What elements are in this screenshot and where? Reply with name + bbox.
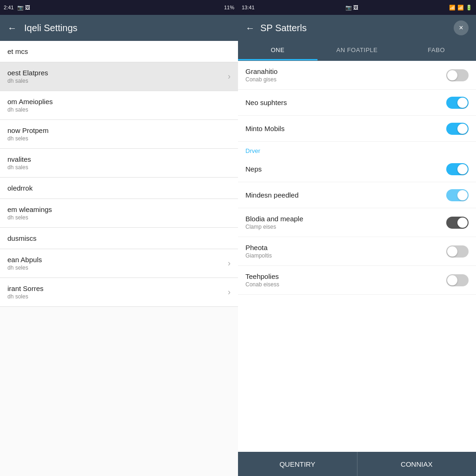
left-item-subtitle: dh seles: [7, 264, 42, 271]
close-button[interactable]: ×: [454, 20, 469, 35]
settings-item-title: Teehpolies: [245, 272, 446, 280]
chevron-icon: ›: [228, 287, 231, 297]
right-header: ← SP Satterls ×: [238, 15, 476, 41]
battery-percent-left: 11%: [224, 5, 234, 10]
left-item-title: oledrrok: [7, 184, 33, 192]
settings-item-title: Blodia and meaple: [245, 215, 446, 223]
list-item[interactable]: nvalites dh sales: [0, 149, 238, 178]
toggle-minto[interactable]: [446, 123, 469, 135]
settings-item-blodia[interactable]: Blodia and meaple Clamp eises: [238, 208, 476, 237]
settings-item-neps[interactable]: Neps: [238, 156, 476, 182]
toggle-granahitio[interactable]: [446, 69, 469, 81]
left-back-button[interactable]: ←: [7, 23, 17, 33]
wifi-icon: 📶: [449, 5, 456, 11]
settings-item-title: Neo suphters: [245, 99, 446, 106]
toggle-pheota[interactable]: [446, 245, 469, 258]
settings-item-title: Granahitio: [245, 67, 446, 75]
left-list: et mcs oest Elatpres dh sales › om Ameio…: [0, 41, 238, 476]
settings-item-title: Pheota: [245, 244, 446, 251]
quentiry-label: Quentiry: [279, 460, 315, 468]
right-bottom-bar: Quentiry Conniax: [238, 452, 476, 476]
left-item-title: now Protpem: [7, 126, 48, 134]
left-item-title: om Ameioplies: [7, 98, 53, 106]
list-item[interactable]: em wleamings dh seles: [0, 199, 238, 228]
settings-list: Granahitio Conab gises Neo suphters: [238, 61, 476, 452]
settings-item-text: Minto Mobils: [245, 125, 446, 132]
settings-item-granahitio[interactable]: Granahitio Conab gises: [238, 61, 476, 90]
left-item-text: oledrrok: [7, 184, 33, 192]
toggle-knob: [447, 246, 457, 257]
tab-an-foatiple-label: An foatiple: [336, 46, 377, 53]
right-header-title: SP Satterls: [260, 23, 454, 33]
toggle-neo[interactable]: [446, 97, 469, 109]
tab-fabo[interactable]: Fabo: [397, 41, 476, 60]
left-item-text: oest Elatpres dh sales: [7, 69, 48, 84]
left-item-text: ean Abpuls dh seles: [7, 256, 42, 271]
toggle-knob: [457, 124, 468, 134]
tabs-bar: One An foatiple Fabo: [238, 41, 476, 61]
settings-item-text: Teehpolies Conab eisess: [245, 272, 446, 288]
left-item-text: now Protpem dh seles: [7, 126, 48, 142]
settings-item-subtitle: Giampoltis: [245, 252, 446, 259]
right-back-button[interactable]: ←: [245, 23, 255, 33]
left-item-subtitle: dh sales: [7, 78, 48, 84]
right-status-time: 13:41: [242, 5, 255, 10]
left-item-title: ean Abpuls: [7, 256, 42, 264]
left-item-title: em wleamings: [7, 205, 52, 213]
chevron-icon: ›: [228, 258, 231, 268]
settings-item-subtitle: Clamp eises: [245, 224, 446, 230]
toggle-knob: [457, 98, 468, 108]
left-item-title: dusmiscs: [7, 234, 37, 242]
settings-item-text: Mindesn peedled: [245, 191, 446, 199]
settings-item-mindesn[interactable]: Mindesn peedled: [238, 182, 476, 208]
left-top-item-text: et mcs: [7, 47, 28, 55]
settings-item-neo[interactable]: Neo suphters: [238, 90, 476, 116]
settings-item-text: Neps: [245, 165, 446, 173]
list-item[interactable]: oledrrok: [0, 178, 238, 199]
left-status-bar: 2:41 📷 🖼 11%: [0, 0, 238, 15]
tab-an-foatiple[interactable]: An foatiple: [317, 41, 397, 60]
tab-one-label: One: [271, 46, 285, 53]
left-item-text: om Ameioplies dh sales: [7, 98, 53, 113]
toggle-neps[interactable]: [446, 163, 469, 175]
list-item[interactable]: om Ameioplies dh sales: [0, 91, 238, 120]
settings-item-text: Granahitio Conab gises: [245, 67, 446, 83]
left-item-title: irant Sorres: [7, 284, 44, 292]
right-status-icons: 📷 🖼: [345, 5, 358, 11]
toggle-knob: [447, 70, 457, 80]
list-item[interactable]: irant Sorres dh soles ›: [0, 278, 238, 307]
right-panel: ← SP Satterls × One An foatiple Fabo Gra…: [238, 15, 476, 476]
toggle-knob: [457, 190, 468, 200]
quentiry-button[interactable]: Quentiry: [238, 452, 357, 476]
left-item-subtitle: dh sales: [7, 106, 53, 113]
list-item[interactable]: ean Abpuls dh seles ›: [0, 249, 238, 278]
left-item-title: nvalites: [7, 155, 31, 163]
toggle-knob: [457, 218, 468, 228]
list-item[interactable]: oest Elatpres dh sales ›: [0, 62, 238, 91]
settings-item-subtitle: Conab gises: [245, 76, 446, 83]
conniax-button[interactable]: Conniax: [357, 452, 476, 476]
settings-item-teehpolies[interactable]: Teehpolies Conab eisess: [238, 266, 476, 295]
settings-item-pheota[interactable]: Pheota Giampoltis: [238, 237, 476, 266]
left-top-item[interactable]: et mcs: [0, 41, 238, 62]
settings-item-title: Mindesn peedled: [245, 191, 446, 199]
settings-item-text: Pheota Giampoltis: [245, 244, 446, 259]
tab-fabo-label: Fabo: [428, 46, 445, 53]
settings-item-title: Minto Mobils: [245, 125, 446, 132]
list-item[interactable]: dusmiscs: [0, 228, 238, 249]
tab-one[interactable]: One: [238, 41, 317, 60]
battery-icon-right: 🔋: [466, 5, 472, 11]
toggle-mindesn[interactable]: [446, 189, 469, 201]
toggle-teehpolies[interactable]: [446, 274, 469, 286]
toggle-knob: [457, 164, 468, 174]
conniax-label: Conniax: [401, 460, 432, 468]
toggle-blodia[interactable]: [446, 217, 469, 229]
settings-item-minto[interactable]: Minto Mobils: [238, 116, 476, 142]
list-item[interactable]: now Protpem dh seles: [0, 120, 238, 149]
chevron-icon: ›: [228, 72, 231, 81]
settings-item-text: Neo suphters: [245, 99, 446, 106]
left-status-time: 2:41: [4, 5, 13, 10]
left-item-subtitle: dh soles: [7, 293, 44, 300]
left-item-text: irant Sorres dh soles: [7, 284, 44, 300]
settings-item-subtitle: Conab eisess: [245, 281, 446, 288]
